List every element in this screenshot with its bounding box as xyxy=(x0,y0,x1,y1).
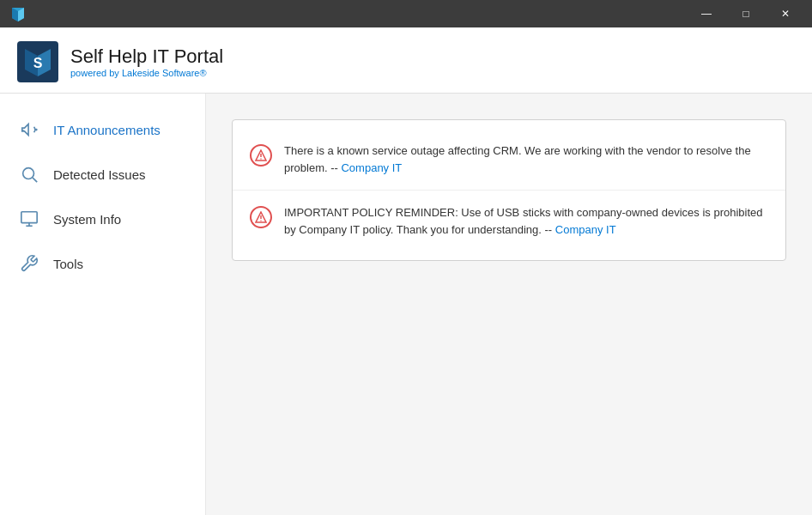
announcement-item-2: IMPORTANT POLICY REMINDER: Use of USB st… xyxy=(233,191,785,251)
sidebar-item-it-announcements[interactable]: IT Announcements xyxy=(0,107,205,152)
tools-icon xyxy=(17,251,41,276)
logo-box: S xyxy=(17,41,58,82)
announcement-text-2: IMPORTANT POLICY REMINDER: Use of USB st… xyxy=(284,204,768,238)
main-content: There is a known service outage affectin… xyxy=(206,94,812,515)
sidebar-item-detected-issues[interactable]: Detected Issues xyxy=(0,152,205,197)
svg-point-7 xyxy=(35,129,38,131)
svg-point-14 xyxy=(260,158,261,159)
app-subtitle: powered by Lakeside Software® xyxy=(70,68,223,78)
announcement-text-1: There is a known service outage affectin… xyxy=(284,142,768,176)
sidebar-label-tools: Tools xyxy=(53,257,83,271)
header-text: Self Help IT Portal powered by Lakeside … xyxy=(70,45,223,78)
svg-line-9 xyxy=(33,178,37,182)
monitor-icon xyxy=(17,207,41,231)
svg-rect-10 xyxy=(21,212,37,223)
app-container: S Self Help IT Portal powered by Lakesid… xyxy=(0,27,812,515)
title-bar-left xyxy=(10,6,26,21)
sidebar: IT Announcements Detected Issues xyxy=(0,94,206,515)
sidebar-item-system-info[interactable]: System Info xyxy=(0,197,205,241)
logo-icon: S xyxy=(21,45,54,78)
sidebar-item-tools[interactable]: Tools xyxy=(0,241,205,286)
title-bar: — □ ✕ xyxy=(0,0,812,27)
megaphone-icon xyxy=(17,118,41,142)
title-bar-controls: — □ ✕ xyxy=(687,0,805,27)
announcements-panel: There is a known service outage affectin… xyxy=(232,119,786,261)
app-title: Self Help IT Portal xyxy=(70,45,223,68)
announcement-item-1: There is a known service outage affectin… xyxy=(233,129,785,191)
magnify-icon xyxy=(17,162,41,186)
sidebar-label-it-announcements: IT Announcements xyxy=(53,123,161,137)
sidebar-label-detected-issues: Detected Issues xyxy=(53,167,146,182)
minimize-button[interactable]: — xyxy=(687,0,726,27)
alert-icon-1 xyxy=(250,144,272,167)
alert-icon-2 xyxy=(250,206,272,228)
maximize-button[interactable]: □ xyxy=(726,0,766,27)
svg-text:S: S xyxy=(33,56,43,70)
announcement-body-2: IMPORTANT POLICY REMINDER: Use of USB st… xyxy=(284,206,763,236)
svg-point-8 xyxy=(23,168,34,179)
svg-point-16 xyxy=(260,220,261,221)
app-title-icon xyxy=(10,6,26,21)
app-header: S Self Help IT Portal powered by Lakesid… xyxy=(0,27,812,94)
announcement-highlight-1: Company IT xyxy=(341,161,402,174)
close-button[interactable]: ✕ xyxy=(766,0,805,27)
body-area: IT Announcements Detected Issues xyxy=(0,94,812,515)
announcement-highlight-2: Company IT xyxy=(555,223,616,236)
alert-circle-icon-2 xyxy=(250,206,272,228)
alert-circle-icon-1 xyxy=(250,144,272,167)
sidebar-label-system-info: System Info xyxy=(53,212,121,227)
